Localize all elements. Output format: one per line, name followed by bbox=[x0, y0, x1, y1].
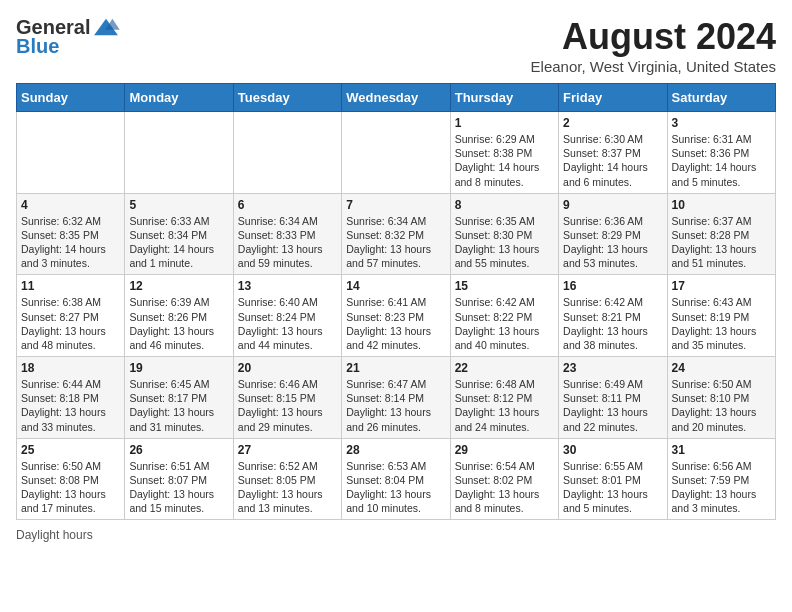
day-number: 7 bbox=[346, 198, 445, 212]
calendar-day-cell: 14Sunrise: 6:41 AM Sunset: 8:23 PM Dayli… bbox=[342, 275, 450, 357]
day-info: Sunrise: 6:33 AM Sunset: 8:34 PM Dayligh… bbox=[129, 215, 214, 270]
calendar-footer: Daylight hours bbox=[16, 528, 776, 542]
day-info: Sunrise: 6:50 AM Sunset: 8:08 PM Dayligh… bbox=[21, 460, 106, 515]
calendar-day-cell: 23Sunrise: 6:49 AM Sunset: 8:11 PM Dayli… bbox=[559, 357, 667, 439]
day-number: 23 bbox=[563, 361, 662, 375]
day-number: 6 bbox=[238, 198, 337, 212]
day-number: 24 bbox=[672, 361, 771, 375]
calendar-day-header: Sunday bbox=[17, 84, 125, 112]
calendar-day-cell: 16Sunrise: 6:42 AM Sunset: 8:21 PM Dayli… bbox=[559, 275, 667, 357]
day-info: Sunrise: 6:50 AM Sunset: 8:10 PM Dayligh… bbox=[672, 378, 757, 433]
calendar-day-cell: 11Sunrise: 6:38 AM Sunset: 8:27 PM Dayli… bbox=[17, 275, 125, 357]
day-info: Sunrise: 6:49 AM Sunset: 8:11 PM Dayligh… bbox=[563, 378, 648, 433]
day-info: Sunrise: 6:30 AM Sunset: 8:37 PM Dayligh… bbox=[563, 133, 648, 188]
calendar-day-header: Wednesday bbox=[342, 84, 450, 112]
day-info: Sunrise: 6:35 AM Sunset: 8:30 PM Dayligh… bbox=[455, 215, 540, 270]
calendar-day-cell: 5Sunrise: 6:33 AM Sunset: 8:34 PM Daylig… bbox=[125, 193, 233, 275]
day-info: Sunrise: 6:55 AM Sunset: 8:01 PM Dayligh… bbox=[563, 460, 648, 515]
page-header: General Blue August 2024 Eleanor, West V… bbox=[16, 16, 776, 75]
day-info: Sunrise: 6:37 AM Sunset: 8:28 PM Dayligh… bbox=[672, 215, 757, 270]
calendar-day-cell: 12Sunrise: 6:39 AM Sunset: 8:26 PM Dayli… bbox=[125, 275, 233, 357]
calendar-day-cell: 20Sunrise: 6:46 AM Sunset: 8:15 PM Dayli… bbox=[233, 357, 341, 439]
calendar-day-cell: 30Sunrise: 6:55 AM Sunset: 8:01 PM Dayli… bbox=[559, 438, 667, 520]
calendar-day-cell bbox=[125, 112, 233, 194]
daylight-label: Daylight hours bbox=[16, 528, 93, 542]
day-number: 9 bbox=[563, 198, 662, 212]
day-info: Sunrise: 6:40 AM Sunset: 8:24 PM Dayligh… bbox=[238, 296, 323, 351]
calendar-day-cell: 1Sunrise: 6:29 AM Sunset: 8:38 PM Daylig… bbox=[450, 112, 558, 194]
calendar-day-cell: 8Sunrise: 6:35 AM Sunset: 8:30 PM Daylig… bbox=[450, 193, 558, 275]
calendar-day-cell bbox=[342, 112, 450, 194]
day-number: 15 bbox=[455, 279, 554, 293]
calendar-table: SundayMondayTuesdayWednesdayThursdayFrid… bbox=[16, 83, 776, 520]
calendar-week-row: 25Sunrise: 6:50 AM Sunset: 8:08 PM Dayli… bbox=[17, 438, 776, 520]
page-subtitle: Eleanor, West Virginia, United States bbox=[531, 58, 776, 75]
day-number: 25 bbox=[21, 443, 120, 457]
calendar-day-cell: 29Sunrise: 6:54 AM Sunset: 8:02 PM Dayli… bbox=[450, 438, 558, 520]
calendar-day-cell: 19Sunrise: 6:45 AM Sunset: 8:17 PM Dayli… bbox=[125, 357, 233, 439]
day-info: Sunrise: 6:29 AM Sunset: 8:38 PM Dayligh… bbox=[455, 133, 540, 188]
day-number: 12 bbox=[129, 279, 228, 293]
day-number: 19 bbox=[129, 361, 228, 375]
calendar-day-header: Friday bbox=[559, 84, 667, 112]
day-number: 30 bbox=[563, 443, 662, 457]
day-number: 29 bbox=[455, 443, 554, 457]
calendar-week-row: 18Sunrise: 6:44 AM Sunset: 8:18 PM Dayli… bbox=[17, 357, 776, 439]
calendar-day-header: Tuesday bbox=[233, 84, 341, 112]
calendar-week-row: 1Sunrise: 6:29 AM Sunset: 8:38 PM Daylig… bbox=[17, 112, 776, 194]
calendar-day-cell: 4Sunrise: 6:32 AM Sunset: 8:35 PM Daylig… bbox=[17, 193, 125, 275]
day-info: Sunrise: 6:38 AM Sunset: 8:27 PM Dayligh… bbox=[21, 296, 106, 351]
logo-icon bbox=[92, 17, 120, 39]
calendar-day-cell: 3Sunrise: 6:31 AM Sunset: 8:36 PM Daylig… bbox=[667, 112, 775, 194]
calendar-day-cell: 10Sunrise: 6:37 AM Sunset: 8:28 PM Dayli… bbox=[667, 193, 775, 275]
day-number: 13 bbox=[238, 279, 337, 293]
calendar-day-cell: 21Sunrise: 6:47 AM Sunset: 8:14 PM Dayli… bbox=[342, 357, 450, 439]
day-info: Sunrise: 6:32 AM Sunset: 8:35 PM Dayligh… bbox=[21, 215, 106, 270]
calendar-day-header: Monday bbox=[125, 84, 233, 112]
day-info: Sunrise: 6:34 AM Sunset: 8:32 PM Dayligh… bbox=[346, 215, 431, 270]
day-info: Sunrise: 6:39 AM Sunset: 8:26 PM Dayligh… bbox=[129, 296, 214, 351]
calendar-day-cell: 7Sunrise: 6:34 AM Sunset: 8:32 PM Daylig… bbox=[342, 193, 450, 275]
day-info: Sunrise: 6:36 AM Sunset: 8:29 PM Dayligh… bbox=[563, 215, 648, 270]
day-number: 20 bbox=[238, 361, 337, 375]
calendar-day-header: Thursday bbox=[450, 84, 558, 112]
day-info: Sunrise: 6:45 AM Sunset: 8:17 PM Dayligh… bbox=[129, 378, 214, 433]
calendar-day-cell bbox=[233, 112, 341, 194]
calendar-day-cell: 15Sunrise: 6:42 AM Sunset: 8:22 PM Dayli… bbox=[450, 275, 558, 357]
calendar-day-cell: 24Sunrise: 6:50 AM Sunset: 8:10 PM Dayli… bbox=[667, 357, 775, 439]
calendar-day-cell: 2Sunrise: 6:30 AM Sunset: 8:37 PM Daylig… bbox=[559, 112, 667, 194]
calendar-day-cell: 25Sunrise: 6:50 AM Sunset: 8:08 PM Dayli… bbox=[17, 438, 125, 520]
day-number: 16 bbox=[563, 279, 662, 293]
logo: General Blue bbox=[16, 16, 120, 58]
calendar-day-cell: 31Sunrise: 6:56 AM Sunset: 7:59 PM Dayli… bbox=[667, 438, 775, 520]
calendar-day-header: Saturday bbox=[667, 84, 775, 112]
day-number: 14 bbox=[346, 279, 445, 293]
calendar-day-cell: 27Sunrise: 6:52 AM Sunset: 8:05 PM Dayli… bbox=[233, 438, 341, 520]
day-number: 3 bbox=[672, 116, 771, 130]
day-number: 28 bbox=[346, 443, 445, 457]
day-info: Sunrise: 6:42 AM Sunset: 8:21 PM Dayligh… bbox=[563, 296, 648, 351]
day-info: Sunrise: 6:56 AM Sunset: 7:59 PM Dayligh… bbox=[672, 460, 757, 515]
calendar-day-cell: 22Sunrise: 6:48 AM Sunset: 8:12 PM Dayli… bbox=[450, 357, 558, 439]
title-area: August 2024 Eleanor, West Virginia, Unit… bbox=[531, 16, 776, 75]
calendar-day-cell: 9Sunrise: 6:36 AM Sunset: 8:29 PM Daylig… bbox=[559, 193, 667, 275]
calendar-day-cell: 26Sunrise: 6:51 AM Sunset: 8:07 PM Dayli… bbox=[125, 438, 233, 520]
calendar-week-row: 4Sunrise: 6:32 AM Sunset: 8:35 PM Daylig… bbox=[17, 193, 776, 275]
day-info: Sunrise: 6:52 AM Sunset: 8:05 PM Dayligh… bbox=[238, 460, 323, 515]
day-info: Sunrise: 6:43 AM Sunset: 8:19 PM Dayligh… bbox=[672, 296, 757, 351]
calendar-day-cell: 18Sunrise: 6:44 AM Sunset: 8:18 PM Dayli… bbox=[17, 357, 125, 439]
calendar-day-cell: 28Sunrise: 6:53 AM Sunset: 8:04 PM Dayli… bbox=[342, 438, 450, 520]
day-number: 31 bbox=[672, 443, 771, 457]
day-info: Sunrise: 6:47 AM Sunset: 8:14 PM Dayligh… bbox=[346, 378, 431, 433]
day-number: 22 bbox=[455, 361, 554, 375]
day-info: Sunrise: 6:41 AM Sunset: 8:23 PM Dayligh… bbox=[346, 296, 431, 351]
day-info: Sunrise: 6:42 AM Sunset: 8:22 PM Dayligh… bbox=[455, 296, 540, 351]
day-info: Sunrise: 6:44 AM Sunset: 8:18 PM Dayligh… bbox=[21, 378, 106, 433]
day-info: Sunrise: 6:54 AM Sunset: 8:02 PM Dayligh… bbox=[455, 460, 540, 515]
day-number: 8 bbox=[455, 198, 554, 212]
calendar-day-cell: 13Sunrise: 6:40 AM Sunset: 8:24 PM Dayli… bbox=[233, 275, 341, 357]
day-number: 4 bbox=[21, 198, 120, 212]
page-title: August 2024 bbox=[531, 16, 776, 58]
day-info: Sunrise: 6:51 AM Sunset: 8:07 PM Dayligh… bbox=[129, 460, 214, 515]
day-number: 18 bbox=[21, 361, 120, 375]
